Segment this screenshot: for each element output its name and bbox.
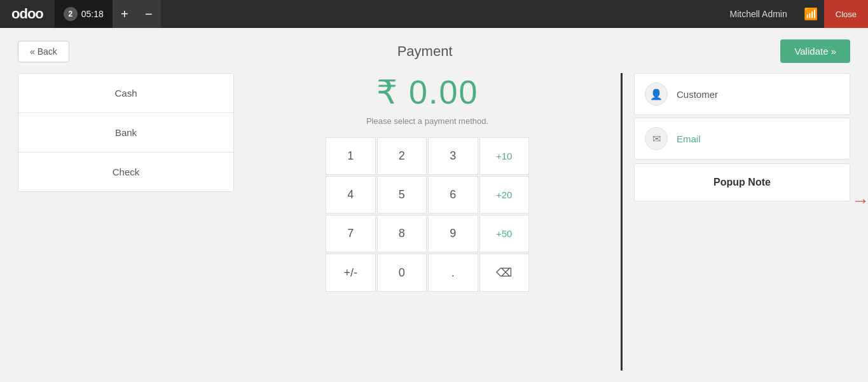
customer-icon: 👤 xyxy=(645,83,668,106)
payment-method-check[interactable]: Check xyxy=(18,153,233,191)
numpad-2[interactable]: 2 xyxy=(377,137,427,175)
numpad-9[interactable]: 9 xyxy=(428,215,478,252)
numpad-backspace[interactable]: ⌫ xyxy=(479,254,530,292)
session-badge: 2 xyxy=(64,7,78,21)
email-icon: ✉ xyxy=(645,127,668,150)
numpad-0[interactable]: 0 xyxy=(377,254,427,292)
arrow-indicator: → xyxy=(851,191,868,211)
header-row: « Back Payment Validate » xyxy=(18,39,850,63)
vertical-divider xyxy=(621,73,623,371)
minus-session-button[interactable]: − xyxy=(137,0,161,28)
numpad-plusminus[interactable]: +/- xyxy=(326,254,376,292)
numpad-1[interactable]: 1 xyxy=(326,137,376,175)
email-label: Email xyxy=(677,133,701,144)
numpad-5[interactable]: 5 xyxy=(377,176,427,214)
wifi-icon: 📶 xyxy=(797,7,824,21)
numpad-plus10[interactable]: +10 xyxy=(479,137,530,175)
page-title: Payment xyxy=(397,43,453,60)
payment-method-cash[interactable]: Cash xyxy=(18,74,233,113)
payment-hint: Please select a payment method. xyxy=(366,116,488,126)
numpad-3[interactable]: 3 xyxy=(428,137,478,175)
email-action[interactable]: ✉ Email xyxy=(634,118,850,160)
numpad-7[interactable]: 7 xyxy=(326,215,376,252)
amount-display: ₹ 0.00 xyxy=(376,73,479,111)
session-info: 2 05:18 xyxy=(55,0,113,28)
payment-methods-panel: Cash Bank Check xyxy=(18,73,234,192)
numpad-plus50[interactable]: +50 xyxy=(479,215,530,252)
top-nav: odoo 2 05:18 + − Mitchell Admin 📶 Close xyxy=(0,0,868,28)
main-content: « Back Payment Validate » Cash Bank Chec… xyxy=(0,28,868,382)
numpad-6[interactable]: 6 xyxy=(428,176,478,214)
popup-note-button[interactable]: Popup Note xyxy=(634,163,850,201)
currency-symbol: ₹ xyxy=(376,74,399,111)
customer-label: Customer xyxy=(677,89,718,100)
back-button[interactable]: « Back xyxy=(18,41,69,62)
body-row: Cash Bank Check ₹ 0.00 Please select a p… xyxy=(18,73,850,371)
close-button[interactable]: Close xyxy=(824,0,868,28)
numpad-dot[interactable]: . xyxy=(428,254,478,292)
amount-value: 0.00 xyxy=(409,74,478,111)
customer-action[interactable]: 👤 Customer xyxy=(634,73,850,115)
logo-area: odoo xyxy=(0,6,55,22)
numpad-8[interactable]: 8 xyxy=(377,215,427,252)
right-panel: 👤 Customer ✉ Email Popup Note → xyxy=(634,73,850,371)
odoo-logo: odoo xyxy=(11,6,43,22)
numpad-plus20[interactable]: +20 xyxy=(479,176,530,214)
add-session-button[interactable]: + xyxy=(113,0,137,28)
nav-user: Mitchell Admin xyxy=(719,9,797,19)
session-time: 05:18 xyxy=(81,9,104,19)
center-panel: ₹ 0.00 Please select a payment method. 1… xyxy=(245,73,609,371)
numpad: 1 2 3 +10 4 5 6 +20 7 8 9 +50 +/- 0 . ⌫ xyxy=(326,137,529,292)
validate-button[interactable]: Validate » xyxy=(780,39,850,63)
numpad-4[interactable]: 4 xyxy=(326,176,376,214)
payment-method-bank[interactable]: Bank xyxy=(18,113,233,153)
